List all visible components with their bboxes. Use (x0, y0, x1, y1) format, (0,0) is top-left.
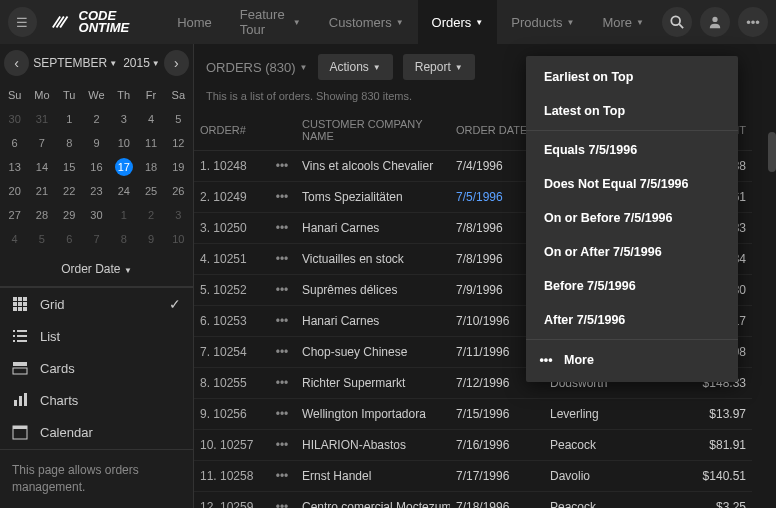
cal-day[interactable]: 9 (138, 228, 163, 250)
cal-day[interactable]: 14 (29, 156, 54, 178)
cell-order[interactable]: 7. 10254 (194, 337, 268, 368)
cell-order[interactable]: 11. 10258 (194, 461, 268, 492)
cell-company[interactable]: Centro comercial Moctezuma (296, 492, 450, 508)
cal-day[interactable]: 5 (29, 228, 54, 250)
cell-order[interactable]: 10. 10257 (194, 430, 268, 461)
row-actions-button[interactable]: ••• (268, 244, 296, 275)
col-company[interactable]: CUSTOMER COMPANY NAME (296, 110, 450, 151)
cell-company[interactable]: Ernst Handel (296, 461, 450, 492)
cell-employee[interactable]: Davolio (544, 461, 664, 492)
more-button[interactable]: ••• (738, 7, 768, 37)
cell-freight[interactable]: $140.51 (664, 461, 752, 492)
cal-day[interactable]: 11 (138, 132, 163, 154)
row-actions-button[interactable]: ••• (268, 182, 296, 213)
cal-day[interactable]: 10 (166, 228, 191, 250)
cal-day[interactable]: 20 (2, 180, 27, 202)
cal-day[interactable]: 31 (29, 108, 54, 130)
cal-day[interactable]: 5 (166, 108, 191, 130)
cell-company[interactable]: Chop-suey Chinese (296, 337, 450, 368)
cell-order[interactable]: 9. 10256 (194, 399, 268, 430)
cal-day[interactable]: 1 (111, 204, 136, 226)
menu-not-equals[interactable]: Does Not Equal 7/5/1996 (526, 167, 738, 201)
cell-employee[interactable]: Leverling (544, 399, 664, 430)
cell-order[interactable]: 6. 10253 (194, 306, 268, 337)
scrollbar[interactable] (768, 132, 776, 172)
cell-company[interactable]: Hanari Carnes (296, 213, 450, 244)
cal-day[interactable]: 24 (111, 180, 136, 202)
cal-day[interactable]: 30 (2, 108, 27, 130)
view-calendar[interactable]: Calendar (0, 416, 193, 448)
cal-next-button[interactable]: › (164, 50, 189, 76)
cal-prev-button[interactable]: ‹ (4, 50, 29, 76)
row-actions-button[interactable]: ••• (268, 151, 296, 182)
hamburger-button[interactable]: ☰ (8, 7, 37, 37)
menu-earliest[interactable]: Earliest on Top (526, 60, 738, 94)
cal-day[interactable]: 26 (166, 180, 191, 202)
row-actions-button[interactable]: ••• (268, 213, 296, 244)
cell-order[interactable]: 12. 10259 (194, 492, 268, 508)
cal-day[interactable]: 1 (57, 108, 82, 130)
cell-company[interactable]: Wellington Importadora (296, 399, 450, 430)
cal-day[interactable]: 29 (57, 204, 82, 226)
cell-company[interactable]: Hanari Carnes (296, 306, 450, 337)
row-actions-button[interactable]: ••• (268, 275, 296, 306)
cal-day[interactable]: 2 (84, 108, 109, 130)
nav-more[interactable]: More▼ (588, 0, 658, 44)
row-actions-button[interactable]: ••• (268, 337, 296, 368)
view-title[interactable]: ORDERS (830) ▼ (206, 60, 308, 75)
nav-products[interactable]: Products▼ (497, 0, 588, 44)
menu-after[interactable]: After 7/5/1996 (526, 303, 738, 337)
view-list[interactable]: List (0, 320, 193, 352)
cell-order[interactable]: 2. 10249 (194, 182, 268, 213)
search-button[interactable] (662, 7, 692, 37)
cell-order[interactable]: 8. 10255 (194, 368, 268, 399)
cal-day[interactable]: 12 (166, 132, 191, 154)
cell-company[interactable]: Suprêmes délices (296, 275, 450, 306)
nav-orders[interactable]: Orders▼ (418, 0, 498, 44)
cal-day[interactable]: 3 (111, 108, 136, 130)
view-charts[interactable]: Charts (0, 384, 193, 416)
row-actions-button[interactable]: ••• (268, 368, 296, 399)
cal-day[interactable]: 22 (57, 180, 82, 202)
cal-day[interactable]: 18 (138, 156, 163, 178)
cal-day[interactable]: 2 (138, 204, 163, 226)
cell-order[interactable]: 3. 10250 (194, 213, 268, 244)
nav-customers[interactable]: Customers▼ (315, 0, 418, 44)
cell-company[interactable]: Richter Supermarkt (296, 368, 450, 399)
view-cards[interactable]: Cards (0, 352, 193, 384)
cell-date[interactable]: 7/17/1996 (450, 461, 544, 492)
cal-day[interactable]: 7 (84, 228, 109, 250)
cal-day[interactable]: 28 (29, 204, 54, 226)
cal-day[interactable]: 7 (29, 132, 54, 154)
cell-date[interactable]: 7/15/1996 (450, 399, 544, 430)
cal-day[interactable]: 30 (84, 204, 109, 226)
menu-before[interactable]: Before 7/5/1996 (526, 269, 738, 303)
cell-date[interactable]: 7/18/1996 (450, 492, 544, 508)
cell-company[interactable]: Vins et alcools Chevalier (296, 151, 450, 182)
cal-day[interactable]: 13 (2, 156, 27, 178)
cal-day[interactable]: 27 (2, 204, 27, 226)
cell-company[interactable]: HILARION-Abastos (296, 430, 450, 461)
cell-company[interactable]: Toms Spezialitäten (296, 182, 450, 213)
cal-day[interactable]: 15 (57, 156, 82, 178)
cell-freight[interactable]: $13.97 (664, 399, 752, 430)
cal-day[interactable]: 21 (29, 180, 54, 202)
cal-day[interactable]: 4 (2, 228, 27, 250)
calendar-field-selector[interactable]: Order Date ▼ (0, 252, 193, 287)
cal-day[interactable]: 19 (166, 156, 191, 178)
actions-button[interactable]: Actions ▼ (318, 54, 393, 80)
menu-on-before[interactable]: On or Before 7/5/1996 (526, 201, 738, 235)
cell-date[interactable]: 7/16/1996 (450, 430, 544, 461)
cal-title[interactable]: SEPTEMBER ▼ 2015 ▼ (33, 56, 160, 70)
row-actions-button[interactable]: ••• (268, 306, 296, 337)
menu-equals[interactable]: Equals 7/5/1996 (526, 133, 738, 167)
cal-day[interactable]: 9 (84, 132, 109, 154)
nav-home[interactable]: Home (163, 0, 226, 44)
cell-order[interactable]: 4. 10251 (194, 244, 268, 275)
row-actions-button[interactable]: ••• (268, 492, 296, 508)
cal-day[interactable]: 8 (57, 132, 82, 154)
cal-day[interactable]: 8 (111, 228, 136, 250)
cal-day[interactable]: 10 (111, 132, 136, 154)
cal-day[interactable]: 6 (57, 228, 82, 250)
cell-order[interactable]: 5. 10252 (194, 275, 268, 306)
